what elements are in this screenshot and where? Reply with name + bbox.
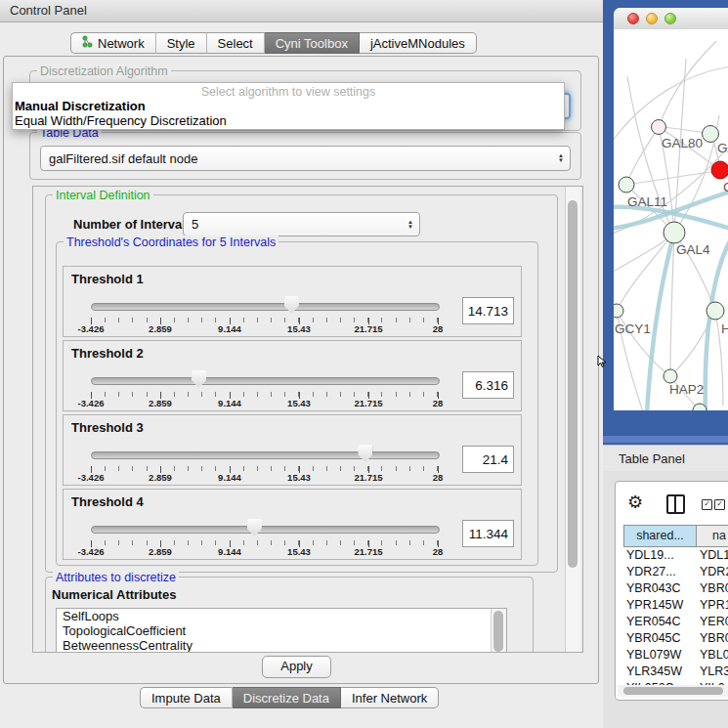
table-row[interactable]: YBL079WYBL0 [623, 647, 728, 664]
table-cell[interactable]: YDR2 [697, 564, 728, 580]
column-header-shared-name[interactable]: shared... [623, 525, 697, 547]
tick-label: -3.426 [78, 398, 105, 408]
threshold-value-field[interactable]: 21.4 [462, 446, 514, 473]
scrollbar-thumb[interactable] [623, 687, 723, 695]
threshold-slider[interactable]: -3.4262.8599.14415.4321.71528 [91, 519, 438, 556]
dropdown-option-equal-width-frequency[interactable]: Equal Width/Frequency Discretization [15, 113, 227, 128]
table-row[interactable]: YER054CYER0 [623, 614, 728, 630]
threshold-slider[interactable]: -3.4262.8599.14415.4321.71528 [91, 296, 438, 333]
table-row[interactable]: YBR045CYBR0 [623, 630, 728, 647]
table-cell[interactable]: YBR0 [697, 630, 728, 647]
network-node[interactable] [652, 120, 666, 135]
table-cell[interactable]: YLR3 [697, 664, 728, 680]
threshold-value-field[interactable]: 6.316 [462, 371, 514, 399]
column-header-name[interactable]: na [697, 525, 728, 547]
tick-label: 2.859 [149, 546, 172, 557]
slider-handle[interactable] [358, 445, 372, 462]
slider-handle[interactable] [192, 370, 206, 388]
network-canvas[interactable]: GAL80GACGAL11GAL4GCY1HHAP2 [614, 29, 728, 410]
table-cell[interactable]: YPR1 [697, 597, 728, 614]
tick-label: 28 [433, 398, 444, 408]
stepper-arrows-icon: ▲▼ [407, 220, 413, 230]
network-node[interactable] [619, 177, 634, 193]
attribute-list-item[interactable]: TopologicalCoefficient [57, 623, 506, 638]
threshold-value-field[interactable]: 11.344 [462, 520, 514, 547]
table-row[interactable]: YDR27...YDR2 [623, 564, 728, 580]
table-row[interactable]: YLR345WYLR3 [623, 664, 728, 680]
scrollbar-thumb[interactable] [493, 611, 503, 652]
threshold-slider[interactable]: -3.4262.8599.14415.4321.71528 [91, 370, 438, 407]
table-data-combobox[interactable]: galFiltered.sif default node ▲▼ [40, 146, 571, 171]
attribute-list-item[interactable]: BetweennessCentrality [57, 638, 506, 653]
close-traffic-light-icon[interactable] [627, 13, 639, 24]
table-cell[interactable]: YDL19... [623, 547, 697, 564]
gear-icon[interactable]: ⚙ [627, 492, 643, 513]
table-panel-title: Table Panel [619, 451, 685, 466]
table-row[interactable]: YPR145WYPR1 [623, 597, 728, 614]
table-cell[interactable]: YBR043C [623, 580, 697, 597]
number-of-intervals-combobox[interactable]: 5 ▲▼ [183, 212, 420, 236]
dropdown-hint-option[interactable]: Select algorithm to view settings [13, 85, 564, 99]
tab-label: Discretize Data [243, 691, 329, 706]
tab-cyni-toolbox[interactable]: Cyni Toolbox [265, 32, 360, 54]
network-window[interactable]: GAL80GACGAL11GAL4GCY1HHAP2 [614, 8, 728, 410]
table-cell[interactable]: YBL079W [623, 647, 697, 664]
slider-track[interactable] [91, 451, 440, 459]
slider-track[interactable] [91, 303, 440, 311]
table-rows: YDL19...YDL1YDR27...YDR2YBR043CYBR0YPR14… [623, 547, 728, 697]
tab-label: Infer Network [352, 691, 427, 706]
attributes-scrollbar[interactable] [491, 609, 506, 653]
algorithm-dropdown-popup: Select algorithm to view settings Manual… [12, 82, 565, 130]
table-horizontal-scrollbar[interactable] [618, 685, 728, 697]
threshold-value-field[interactable]: 14.713 [462, 297, 514, 324]
network-edge[interactable] [659, 41, 716, 127]
table-cell[interactable]: YER054C [623, 614, 697, 630]
tab-infer-network[interactable]: Infer Network [341, 687, 439, 708]
group-title: Interval Definition [53, 189, 153, 202]
network-edge[interactable] [626, 127, 659, 185]
tab-style[interactable]: Style [156, 32, 207, 54]
tab-jactivemnodules[interactable]: jActiveMNodules [360, 32, 477, 54]
table-cell[interactable]: YDL1 [697, 547, 728, 564]
attribute-list-item[interactable]: SelfLoops [57, 609, 506, 623]
slider-handle[interactable] [284, 296, 299, 314]
threshold-slider[interactable]: -3.4262.8599.14415.4321.71528 [91, 445, 438, 482]
table-cell[interactable]: YBR0 [697, 580, 728, 597]
table-row[interactable]: YDL19...YDL1 [623, 547, 728, 564]
table-row[interactable]: YBR043CYBR0 [623, 580, 728, 597]
checkbox-icon[interactable]: ✓ [702, 499, 712, 510]
slider-track[interactable] [91, 377, 440, 385]
table-cell[interactable]: YER0 [697, 614, 728, 630]
numerical-attributes-label: Numerical Attributes [52, 587, 176, 602]
network-node[interactable] [664, 369, 677, 383]
tick-label: 15.43 [287, 323, 311, 334]
table-cell[interactable]: YPR145W [623, 597, 697, 614]
slider-track[interactable] [91, 526, 440, 534]
table-cell[interactable]: YLR345W [623, 664, 697, 680]
table-cell[interactable]: YBR045C [623, 630, 697, 647]
network-node[interactable] [711, 161, 728, 179]
numerical-attributes-list[interactable]: SelfLoopsTopologicalCoefficientBetweenne… [56, 608, 507, 653]
node-label: GAL11 [627, 194, 667, 209]
network-node[interactable] [614, 304, 623, 318]
scrollbar-thumb[interactable] [568, 200, 578, 568]
slider-handle[interactable] [247, 519, 262, 536]
network-node[interactable] [707, 302, 724, 320]
network-node[interactable] [703, 126, 719, 143]
network-node[interactable] [664, 222, 685, 243]
tab-impute-data[interactable]: Impute Data [140, 687, 233, 708]
tick-label: 15.43 [287, 546, 311, 557]
columns-icon[interactable] [666, 494, 685, 514]
minimize-traffic-light-icon[interactable] [646, 13, 658, 24]
apply-button[interactable]: Apply [262, 656, 331, 678]
tab-network[interactable]: Network [70, 32, 156, 54]
threshold-title: Threshold 1 [71, 272, 144, 286]
table-cell[interactable]: YDR27... [623, 564, 697, 580]
checkbox-icon[interactable]: ✓ [714, 499, 725, 510]
zoom-traffic-light-icon[interactable] [664, 13, 676, 24]
tab-discretize-data[interactable]: Discretize Data [233, 687, 341, 708]
settings-scrollbar[interactable] [565, 187, 580, 652]
tab-select[interactable]: Select [207, 32, 265, 54]
table-cell[interactable]: YBL0 [697, 647, 728, 664]
dropdown-option-manual-discretization[interactable]: Manual Discretization [15, 99, 146, 113]
